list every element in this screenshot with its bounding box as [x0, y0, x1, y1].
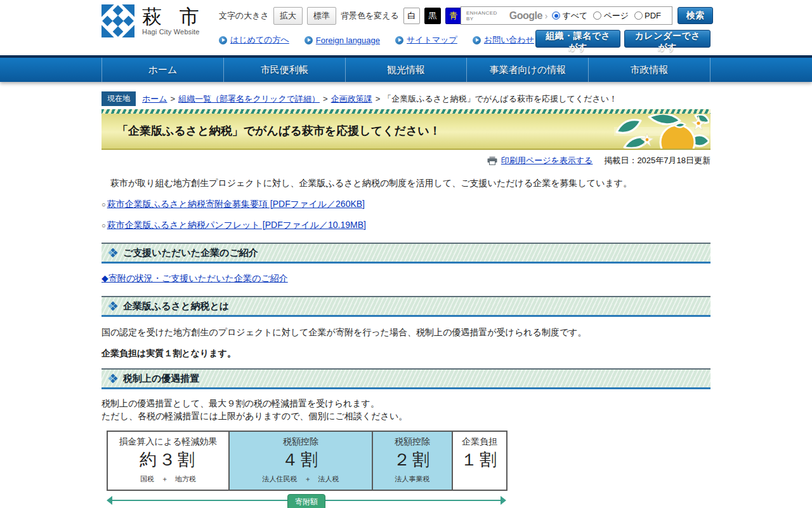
text-size-standard-button[interactable]: 標準	[307, 7, 336, 25]
donation-amount-arrow: 寄附額	[107, 494, 506, 508]
page-title: 「企業版ふるさと納税」でがんばる萩市を応援してください！	[117, 118, 441, 138]
pdf-link-recruitment-guidelines[interactable]: 萩市企業版ふるさと納税寄附金募集要項 [PDFファイル／260KB]	[107, 199, 365, 210]
donation-amount-badge: 寄附額	[287, 494, 325, 508]
text-size-label: 文字の大きさ	[219, 10, 269, 22]
arrow-circle-icon	[219, 36, 227, 44]
google-logo: Google	[509, 10, 542, 22]
text-size-enlarge-button[interactable]: 拡大	[273, 7, 303, 25]
link-contact[interactable]: お問い合わせ	[473, 34, 534, 46]
bg-black-button[interactable]: 黒	[424, 8, 441, 24]
about-body: 国の認定を受けた地方創生のプロジェクトに対して企業が寄附を行った場合、税制上の優…	[102, 327, 710, 338]
hagi-city-logo-icon	[102, 4, 134, 37]
header-quick-links: はじめての方へ Foreign language サイトマップ お問い合わせ	[219, 34, 534, 46]
table-cell-tax-credit-2: 税額控除 ２割 法人事業税	[372, 431, 452, 490]
arrow-circle-icon	[395, 36, 403, 44]
bg-white-button[interactable]: 白	[403, 8, 420, 24]
breadcrumb: 現在地 ホーム > 組織一覧（部署名をクリックで詳細） > 企画政策課 > 「企…	[102, 91, 710, 106]
main-content: 現在地 ホーム > 組織一覧（部署名をクリックで詳細） > 企画政策課 > 「企…	[102, 91, 710, 508]
arrow-circle-icon	[473, 36, 481, 44]
logo-text-block: 萩 市 Hagi City Website	[142, 6, 206, 36]
search-scope-all[interactable]: すべて	[552, 10, 587, 22]
intro-paragraph: 萩市が取り組む地方創生プロジェクトに対し、企業版ふるさと納税の制度を活用して、ご…	[102, 178, 710, 189]
diamond-cluster-icon	[108, 373, 118, 384]
tax-deduction-table: 損金算入による軽減効果 約３割 国税 ＋ 地方税 税額控除 ４割 法人住民税 ＋…	[107, 431, 508, 491]
search-scope-pdf[interactable]: PDF	[634, 11, 661, 20]
supporters-status-link[interactable]: ◆寄附の状況・ご支援いただいた企業のご紹介	[102, 273, 288, 283]
about-emphasis: 企業負担は実質１割となります。	[102, 348, 710, 359]
table-cell-tax-credit-4: 税額控除 ４割 法人住民税 ＋ 法人税	[229, 431, 372, 490]
radio-selected-icon[interactable]	[552, 11, 560, 20]
printer-icon	[487, 156, 497, 165]
pdf-link-pamphlet[interactable]: 萩市企業版ふるさと納税パンフレット [PDFファイル／10.19MB]	[107, 220, 366, 231]
enhanced-by-label: ENHANCED BY	[466, 10, 506, 22]
diamond-cluster-icon	[108, 248, 118, 258]
arrow-left-head-icon	[107, 496, 112, 505]
list-circle-bullet: ○	[102, 222, 106, 229]
table-cell-deductible-expense: 損金算入による軽減効果 約３割 国税 ＋ 地方税	[107, 431, 229, 490]
global-nav: ホーム 市民便利帳 観光情報 事業者向けの情報 市政情報	[0, 55, 812, 82]
table-cell-company-burden: 企業負担 １割	[452, 431, 507, 490]
arrow-right-head-icon	[501, 496, 506, 505]
radio-icon[interactable]	[634, 11, 643, 20]
breadcrumb-link-planning-division[interactable]: 企画政策課	[331, 93, 372, 105]
current-location-badge: 現在地	[102, 91, 136, 106]
section-header-supporters: ご支援いただいた企業のご紹介	[102, 243, 710, 264]
nav-item-citizen-guide[interactable]: 市民便利帳	[224, 58, 346, 82]
tax-line-2: ただし、各税の軽減措置には上限がありますので、個別にご相談ください。	[102, 410, 710, 422]
logo-subtitle: Hagi City Website	[142, 28, 206, 36]
section-title: 企業版ふるさと納税とは	[123, 300, 229, 312]
search-scope-page[interactable]: ページ	[593, 10, 629, 22]
find-by-organization-button[interactable]: 組織・課名でさがす	[535, 30, 620, 48]
link-sitemap[interactable]: サイトマップ	[395, 34, 457, 46]
diamond-cluster-icon	[108, 301, 118, 311]
bg-color-label: 背景色を変える	[341, 10, 399, 22]
nav-item-tourism[interactable]: 観光情報	[346, 58, 468, 82]
arrow-circle-icon	[304, 36, 313, 44]
section-title: 税制上の優遇措置	[123, 373, 199, 385]
section-header-tax-incentives: 税制上の優遇措置	[102, 368, 710, 389]
page-root: 萩 市 Hagi City Website 文字の大きさ 拡大 標準 背景色を変…	[0, 0, 812, 508]
citrus-illustration	[614, 114, 709, 149]
search-separator: ›	[545, 11, 548, 21]
finder-buttons: 組織・課名でさがす カレンダーでさがす	[535, 30, 710, 48]
list-circle-bullet: ○	[102, 201, 106, 208]
section-header-about: 企業版ふるさと納税とは	[102, 296, 710, 317]
print-page-link[interactable]: 印刷用ページを表示する	[501, 155, 593, 166]
site-logo[interactable]: 萩 市 Hagi City Website	[102, 4, 206, 37]
link-foreign-language[interactable]: Foreign language	[304, 36, 380, 45]
nav-item-home[interactable]: ホーム	[102, 58, 224, 82]
page-title-banner: 「企業版ふるさと納税」でがんばる萩市を応援してください！	[102, 109, 710, 150]
bg-blue-button[interactable]: 青	[445, 8, 462, 24]
radio-icon[interactable]	[593, 11, 601, 20]
search-submit-button[interactable]: 検索	[678, 7, 713, 24]
nav-item-business[interactable]: 事業者向けの情報	[467, 58, 589, 82]
supporters-status-link-row: ◆寄附の状況・ご支援いただいた企業のご紹介	[102, 273, 710, 284]
section-title: ご支援いただいた企業のご紹介	[123, 247, 258, 259]
breadcrumb-link-home[interactable]: ホーム	[142, 93, 167, 105]
site-search-box[interactable]: ENHANCED BY Google › すべて ページ PDF	[461, 6, 672, 25]
pdf-link-row: ○ 萩市企業版ふるさと納税パンフレット [PDFファイル／10.19MB]	[102, 220, 710, 231]
banner-hatch-border	[102, 109, 710, 114]
link-first-time-visitors[interactable]: はじめての方へ	[219, 34, 289, 46]
posted-date: 掲載日：2025年7月18日更新	[604, 155, 710, 166]
breadcrumb-current-page: 「企業版ふるさと納税」でがんばる萩市を応援してください！	[383, 93, 617, 105]
find-by-calendar-button[interactable]: カレンダーでさがす	[624, 30, 710, 48]
breadcrumb-link-org-list[interactable]: 組織一覧（部署名をクリックで詳細）	[178, 93, 320, 105]
print-row: 印刷用ページを表示する 掲載日：2025年7月18日更新	[102, 155, 710, 166]
accessibility-controls: 文字の大きさ 拡大 標準 背景色を変える 白 黒 青	[219, 7, 462, 25]
site-header: 萩 市 Hagi City Website 文字の大きさ 拡大 標準 背景色を変…	[0, 0, 812, 55]
nav-item-city-government[interactable]: 市政情報	[589, 58, 710, 82]
pdf-link-row: ○ 萩市企業版ふるさと納税寄附金募集要項 [PDFファイル／260KB]	[102, 199, 710, 210]
tax-line-1: 税制上の優遇措置として、最大９割の税の軽減措置を受けられます。	[102, 397, 710, 410]
tax-incentive-text: 税制上の優遇措置として、最大９割の税の軽減措置を受けられます。 ただし、各税の軽…	[102, 397, 710, 423]
logo-title: 萩 市	[142, 6, 206, 28]
